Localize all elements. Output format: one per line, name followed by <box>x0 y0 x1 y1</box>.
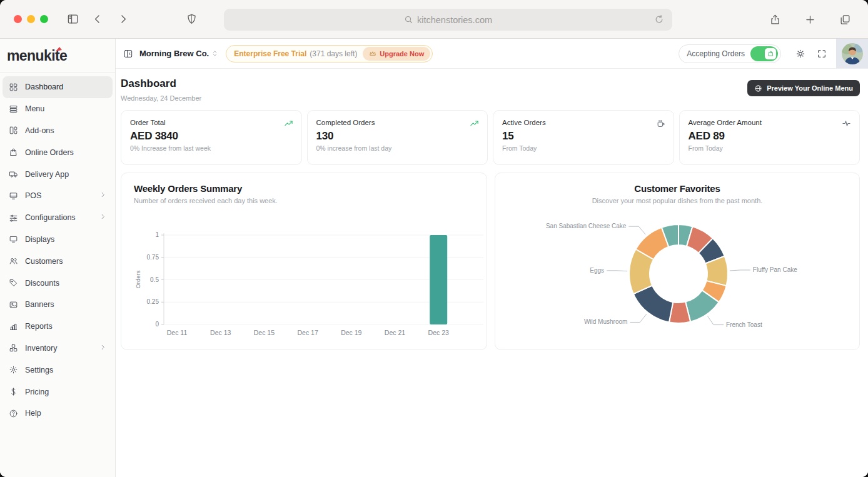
forward-icon[interactable] <box>113 10 132 29</box>
svg-text:0.75: 0.75 <box>147 254 159 261</box>
stat-sub: From Today <box>689 144 851 152</box>
close-window-button[interactable] <box>14 15 22 23</box>
fullscreen-icon[interactable] <box>811 49 832 59</box>
toggle-knob <box>765 48 776 59</box>
weekly-orders-bar-chart: 10.750.50.250OrdersDec 11Dec 13Dec 15Dec… <box>121 224 488 349</box>
stat-sub: 0% increase from last day <box>316 144 479 152</box>
address-bar[interactable]: kitchenstories.com <box>224 9 672 31</box>
sidebar-item-discounts[interactable]: Discounts <box>3 272 113 294</box>
stat-label: Order Total <box>130 119 293 126</box>
sidebar-item-pricing[interactable]: Pricing <box>3 381 113 403</box>
tab-overview-icon[interactable] <box>835 10 854 29</box>
pos-terminal-icon <box>9 191 19 201</box>
stat-label: Completed Orders <box>316 119 479 126</box>
sidebar-item-dashboard[interactable]: Dashboard <box>3 76 113 98</box>
coffee-cup-icon <box>656 119 665 131</box>
chevron-updown-icon[interactable] <box>211 49 218 58</box>
sidebar-item-label: Configurations <box>25 213 76 222</box>
display-icon <box>9 234 19 244</box>
chevron-right-icon <box>99 344 106 353</box>
chart-title: Weekly Orders Summary <box>134 183 474 194</box>
privacy-shield-icon[interactable] <box>182 10 201 29</box>
sidebar-item-label: Dashboard <box>25 83 63 91</box>
stat-label: Active Orders <box>502 119 665 126</box>
bar-chart-icon <box>9 322 19 331</box>
share-icon[interactable] <box>765 10 784 29</box>
sidebar-item-online-orders[interactable]: Online Orders <box>3 141 113 163</box>
search-icon <box>404 15 417 24</box>
stat-card-order-total: Order Total AED 3840 0% Increase from la… <box>121 110 302 165</box>
sidebar-item-label: Add-ons <box>25 126 54 135</box>
light-mode-icon[interactable] <box>790 49 811 59</box>
sidebar-item-label: Pricing <box>25 388 49 396</box>
svg-text:Dec 21: Dec 21 <box>385 329 405 336</box>
sidebar-item-customers[interactable]: Customers <box>3 250 113 272</box>
window-controls <box>14 15 48 23</box>
accepting-orders-label: Accepting Orders <box>687 49 745 58</box>
svg-text:Dec 13: Dec 13 <box>210 329 231 336</box>
sidebar-collapse-icon[interactable] <box>123 49 133 59</box>
sidebar-item-delivery-app[interactable]: Delivery App <box>3 163 113 185</box>
sidebar-item-help[interactable]: Help <box>3 403 113 424</box>
dashboard-content: Dashboard Wednesday, 24 December Preview… <box>116 69 868 477</box>
preview-online-menu-button[interactable]: Preview Your Online Menu <box>747 80 860 96</box>
tag-icon <box>9 278 19 288</box>
gear-icon <box>9 365 19 374</box>
stat-sub: From Today <box>502 144 665 152</box>
stat-card-active-orders: Active Orders 15 From Today <box>493 110 674 165</box>
sidebar-item-pos[interactable]: POS <box>3 185 113 207</box>
avatar-strip <box>836 39 868 68</box>
delivery-truck-icon <box>9 169 19 179</box>
sidebar-item-settings[interactable]: Settings <box>3 359 113 381</box>
new-tab-icon[interactable] <box>800 10 819 29</box>
zoom-window-button[interactable] <box>40 15 48 23</box>
svg-text:Orders: Orders <box>134 270 141 288</box>
sidebar-item-label: Menu <box>25 104 44 113</box>
sidebar-item-add-ons[interactable]: Add-ons <box>3 120 113 142</box>
sidebar-item-label: Inventory <box>25 344 57 353</box>
trial-days-left: (371 days left) <box>310 49 357 58</box>
svg-text:0.25: 0.25 <box>147 298 159 305</box>
stat-card-average-order-amount: Average Order Amount AED 89 From Today <box>679 110 860 165</box>
image-icon <box>9 300 19 309</box>
sidebar-item-reports[interactable]: Reports <box>3 316 113 338</box>
sidebar-item-menu[interactable]: Menu <box>3 98 113 120</box>
accepting-orders-control: Accepting Orders <box>679 44 781 63</box>
sidebar-item-banners[interactable]: Banners <box>3 294 113 316</box>
upgrade-now-button[interactable]: Upgrade Now <box>363 47 430 61</box>
customer-favorites-donut-chart: Fluffy Pan CakeFrench ToastWild Mushroom… <box>495 173 861 351</box>
stat-value: AED 89 <box>689 130 851 143</box>
sidebar-item-displays[interactable]: Displays <box>3 229 113 251</box>
svg-text:Dec 23: Dec 23 <box>428 329 449 336</box>
accepting-orders-toggle[interactable] <box>750 46 778 61</box>
addons-icon <box>9 126 19 135</box>
svg-text:Eggs: Eggs <box>590 267 604 274</box>
user-avatar[interactable] <box>842 43 863 64</box>
activity-icon <box>842 119 851 131</box>
back-icon[interactable] <box>88 10 107 29</box>
svg-text:0.5: 0.5 <box>150 276 159 283</box>
svg-text:Dec 19: Dec 19 <box>341 329 361 336</box>
minimize-window-button[interactable] <box>27 15 35 23</box>
sidebar-item-label: Banners <box>25 300 54 309</box>
svg-text:Wild Mushroom: Wild Mushroom <box>584 318 627 325</box>
shopping-bag-icon <box>9 148 19 157</box>
stat-value: AED 3840 <box>130 130 293 143</box>
browser-window: kitchenstories.com menukite <box>0 0 868 477</box>
help-icon <box>9 409 19 418</box>
globe-icon <box>754 84 762 93</box>
svg-text:Fluffy Pan Cake: Fluffy Pan Cake <box>753 266 797 273</box>
reload-icon[interactable] <box>654 14 665 27</box>
chevron-right-icon <box>99 213 106 222</box>
sliders-icon <box>9 213 19 223</box>
sidebar-item-configurations[interactable]: Configurations <box>3 207 113 229</box>
sidebar-item-label: Displays <box>25 235 54 244</box>
stat-sub: 0% Increase from last week <box>130 144 293 152</box>
trial-pill: Enterprise Free Trial (371 days left) Up… <box>226 45 433 63</box>
kite-flag-icon <box>55 44 63 55</box>
sidebar-item-inventory[interactable]: Inventory <box>3 338 113 359</box>
browser-sidebar-icon[interactable] <box>63 10 82 29</box>
customer-favorites-chart-card: Customer Favorites Discover your most po… <box>495 173 860 350</box>
company-selector[interactable]: Morning Brew Co. <box>139 49 209 58</box>
logo[interactable]: menukite <box>0 39 115 73</box>
